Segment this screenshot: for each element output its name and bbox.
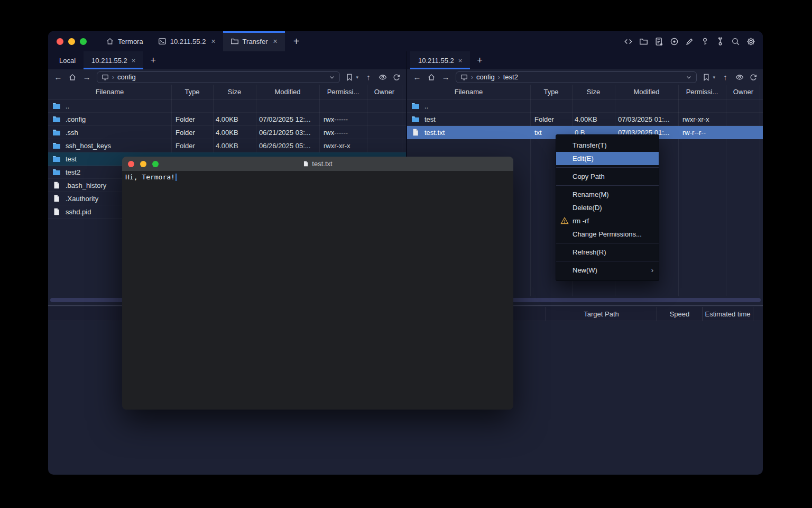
- show-hidden-files-button[interactable]: [735, 73, 744, 81]
- column-header-owner[interactable]: Owner: [726, 88, 761, 96]
- path-bar[interactable]: › config › test2: [456, 71, 697, 83]
- show-hidden-files-button[interactable]: [379, 73, 387, 81]
- column-header-permissions[interactable]: Permissi...: [319, 88, 367, 96]
- tab-local[interactable]: Local: [51, 51, 84, 69]
- context-menu-item[interactable]: Change Permissions...: [556, 228, 659, 241]
- file-row[interactable]: .config Folder 4.00KB 07/02/2025 12:... …: [48, 113, 406, 126]
- warning-icon: [560, 216, 569, 225]
- menu-item-label: Change Permissions...: [573, 230, 642, 238]
- file-row[interactable]: .ssh Folder 4.00KB 06/21/2025 03:... rwx…: [48, 126, 406, 139]
- editor-zoom-button[interactable]: [152, 161, 159, 167]
- zoom-window-button[interactable]: [80, 38, 87, 45]
- menu-separator: [556, 243, 659, 243]
- log-icon[interactable]: [654, 37, 663, 46]
- back-button[interactable]: ←: [412, 72, 422, 81]
- context-menu-item[interactable]: Transfer(T): [556, 139, 659, 152]
- forward-button[interactable]: →: [441, 72, 450, 81]
- tab-termora-home[interactable]: Termora: [98, 31, 151, 51]
- file-type: Folder: [171, 142, 213, 150]
- column-header-modified[interactable]: Modified: [256, 88, 319, 96]
- column-header-owner[interactable]: Owner: [367, 88, 402, 96]
- parent-directory-button[interactable]: ↑: [364, 72, 373, 81]
- file-row[interactable]: ..: [407, 99, 763, 113]
- file-row[interactable]: ssh_host_keys Folder 4.00KB 06/26/2025 0…: [48, 139, 406, 152]
- context-menu-item[interactable]: Refresh(R): [556, 246, 659, 259]
- file-permissions: rwx------: [319, 115, 367, 123]
- code-icon[interactable]: [624, 37, 633, 46]
- menu-item-label: rm -rf: [573, 217, 589, 225]
- menu-item-label: New(W): [573, 266, 597, 274]
- context-menu: Transfer(T) Edit(E) Copy Path Rename(M): [556, 134, 659, 281]
- close-tab-icon[interactable]: ×: [273, 37, 278, 46]
- column-header-permissions[interactable]: Permissi...: [678, 88, 726, 96]
- context-menu-item[interactable]: Edit(E): [556, 152, 659, 165]
- folder-icon: [411, 102, 420, 110]
- refresh-button[interactable]: [749, 73, 758, 81]
- titlebar: Termora 10.211.55.2 × Transfer × +: [48, 31, 763, 51]
- tab-label: 10.211.55.2: [170, 38, 206, 46]
- editor-traffic-lights: [122, 161, 159, 167]
- close-tab-icon[interactable]: ×: [458, 57, 463, 65]
- tab-remote-host[interactable]: 10.211.55.2 ×: [84, 51, 143, 69]
- editor-minimize-button[interactable]: [140, 161, 146, 167]
- tab-remote-host[interactable]: 10.211.55.2 ×: [410, 51, 470, 69]
- column-header-size[interactable]: Size: [213, 88, 256, 96]
- settings-gear-icon[interactable]: [746, 37, 755, 46]
- column-header-size[interactable]: Size: [572, 88, 615, 96]
- new-tab-button[interactable]: +: [285, 31, 308, 51]
- editor-close-button[interactable]: [128, 161, 134, 167]
- column-header-speed[interactable]: Speed: [657, 307, 702, 321]
- new-panel-tab-button[interactable]: +: [143, 51, 163, 69]
- chevron-down-icon[interactable]: [686, 74, 692, 80]
- bookmark-button[interactable]: [345, 73, 354, 81]
- close-window-button[interactable]: [57, 38, 63, 45]
- folder-icon[interactable]: [639, 37, 648, 46]
- pencil-icon[interactable]: [685, 37, 694, 46]
- minimize-window-button[interactable]: [68, 38, 75, 45]
- file-modified: 06/26/2025 05:...: [256, 142, 319, 150]
- file-row[interactable]: test Folder 4.00KB 07/03/2025 01:... rwx…: [407, 113, 763, 126]
- column-header-target-path[interactable]: Target Path: [546, 307, 657, 321]
- chevron-down-icon[interactable]: [329, 74, 335, 80]
- home-button[interactable]: [68, 73, 77, 81]
- editor-title: test.txt: [122, 160, 513, 168]
- column-header-estimated-time[interactable]: Estimated time: [702, 307, 753, 321]
- terminal-icon: [158, 37, 167, 46]
- path-bar[interactable]: › config: [97, 71, 340, 83]
- context-menu-item[interactable]: Rename(M): [556, 188, 659, 201]
- context-menu-item[interactable]: Delete(D): [556, 201, 659, 214]
- close-tab-icon[interactable]: ×: [211, 37, 215, 46]
- search-icon[interactable]: [731, 37, 740, 46]
- file-permissions: rwx------: [319, 129, 367, 137]
- file-row[interactable]: ..: [48, 99, 406, 113]
- column-header-filename[interactable]: Filename: [48, 88, 171, 96]
- editor-window: test.txt Hi, Termora!: [122, 157, 513, 410]
- tab-label: 10.211.55.2: [418, 57, 454, 65]
- file-modified: 06/21/2025 03:...: [256, 129, 319, 137]
- column-header-modified[interactable]: Modified: [615, 88, 678, 96]
- record-icon[interactable]: [670, 37, 679, 46]
- editor-titlebar[interactable]: test.txt: [122, 157, 513, 171]
- parent-directory-button[interactable]: ↑: [721, 72, 730, 81]
- context-menu-item[interactable]: Copy Path: [556, 170, 659, 183]
- context-menu-item[interactable]: rm -rf: [556, 214, 659, 228]
- home-button[interactable]: [427, 73, 436, 81]
- keychain-icon[interactable]: [716, 37, 725, 46]
- close-tab-icon[interactable]: ×: [132, 57, 136, 65]
- new-panel-tab-button[interactable]: +: [470, 51, 490, 69]
- tab-transfer[interactable]: Transfer ×: [223, 31, 285, 51]
- column-header-type[interactable]: Type: [530, 88, 572, 96]
- bookmark-button[interactable]: [702, 73, 710, 81]
- forward-button[interactable]: →: [82, 72, 91, 81]
- column-header-filename[interactable]: Filename: [407, 88, 530, 96]
- context-menu-item[interactable]: New(W) ›: [556, 264, 659, 277]
- editor-title-text: test.txt: [312, 160, 332, 168]
- tab-ssh-session[interactable]: 10.211.55.2 ×: [151, 31, 223, 51]
- bookmark-dropdown-icon[interactable]: ▾: [713, 75, 715, 80]
- editor-content[interactable]: Hi, Termora!: [122, 171, 513, 410]
- key-icon[interactable]: [700, 37, 709, 46]
- bookmark-dropdown-icon[interactable]: ▾: [356, 75, 358, 80]
- column-header-type[interactable]: Type: [171, 88, 213, 96]
- back-button[interactable]: ←: [53, 72, 63, 81]
- refresh-button[interactable]: [392, 73, 401, 81]
